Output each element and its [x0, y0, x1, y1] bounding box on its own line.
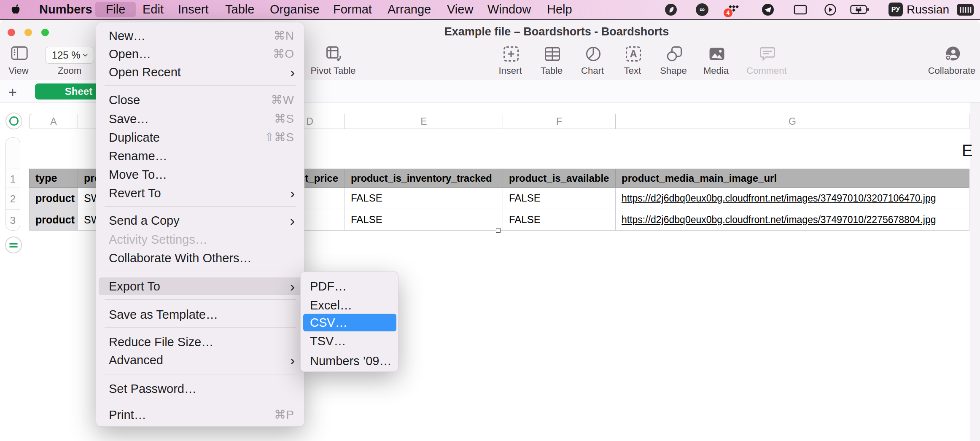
menu-item-close[interactable]: Close⌘W: [99, 91, 302, 109]
menu-item-print[interactable]: Print…⌘P: [99, 406, 302, 424]
row-header-3[interactable]: 3: [6, 215, 20, 226]
menu-item-revert-to[interactable]: Revert To: [99, 184, 302, 202]
cell-a3[interactable]: product: [29, 209, 78, 231]
shape-button[interactable]: [665, 45, 684, 63]
menu-item-collaborate-with-others[interactable]: Collaborate With Others…: [99, 249, 302, 267]
cell-f2[interactable]: FALSE: [503, 188, 616, 209]
menu-separator: [105, 271, 296, 271]
menubar-item-window[interactable]: Window: [487, 0, 531, 19]
zoom-window-button[interactable]: [41, 29, 49, 36]
table-options-button[interactable]: [5, 237, 22, 253]
close-window-button[interactable]: [8, 29, 15, 36]
apple-menu[interactable]: [11, 4, 21, 16]
text-box-icon: A: [624, 45, 643, 63]
view-button[interactable]: [10, 45, 29, 63]
menu-separator: [105, 299, 296, 300]
column-header-f[interactable]: F: [503, 114, 616, 129]
menu-item-open[interactable]: Open…⌘O: [99, 45, 302, 63]
menubar-item-table[interactable]: Table: [225, 0, 254, 19]
menubar-item-view[interactable]: View: [447, 0, 473, 19]
row-header-1[interactable]: 1: [6, 173, 20, 185]
capsule-divider: [6, 209, 20, 210]
text-button[interactable]: A: [624, 45, 643, 63]
select-all-table-button[interactable]: [5, 113, 22, 129]
comment-label: Comment: [741, 66, 792, 76]
submenu-item-tsv[interactable]: TSV…: [303, 332, 396, 350]
chevron-right-icon: [290, 277, 295, 295]
menu-item-export-to[interactable]: Export To: [99, 277, 302, 295]
menu-item-reduce-file-size[interactable]: Reduce File Size…: [99, 333, 302, 351]
table-resize-handle[interactable]: [496, 228, 501, 233]
add-sheet-button[interactable]: +: [8, 83, 17, 101]
submenu-item-csv[interactable]: CSV…: [303, 314, 396, 331]
laptop-icon: [794, 5, 807, 15]
menu-item-send-a-copy[interactable]: Send a Copy: [99, 212, 302, 229]
menubar-item-organise[interactable]: Organise: [270, 0, 320, 19]
menubar-item-insert[interactable]: Insert: [178, 0, 209, 19]
menubar-item-numbers[interactable]: Numbers: [39, 0, 92, 19]
creative-cloud-icon[interactable]: [696, 3, 708, 16]
pivot-table-icon: [325, 45, 343, 63]
chart-button[interactable]: [584, 45, 603, 63]
menu-item-open-recent[interactable]: Open Recent: [99, 63, 302, 81]
column-header-e[interactable]: E: [345, 114, 503, 129]
cell-g1[interactable]: product_media_main_image_url: [616, 169, 969, 188]
table-icon: [543, 45, 562, 63]
cell-g3[interactable]: https://d2j6dbq0eux0bg.cloudfront.net/im…: [616, 209, 969, 231]
zoom-select[interactable]: 125 %: [45, 47, 94, 64]
submenu-item-pdf[interactable]: PDF…: [303, 277, 396, 295]
control-strip-icon[interactable]: [957, 4, 974, 23]
image-url-link[interactable]: https://d2j6dbq0eux0bg.cloudfront.net/im…: [622, 214, 936, 226]
hamburger-icon: [9, 246, 18, 247]
menu-item-set-password[interactable]: Set Password…: [99, 380, 302, 398]
cell-f1[interactable]: product_is_available: [503, 169, 616, 188]
menu-item-save-as-template[interactable]: Save as Template…: [99, 306, 302, 323]
column-header-g[interactable]: G: [616, 114, 969, 129]
window-title: Example file – Boardshorts - Boardshorts: [380, 25, 734, 38]
menu-item-advanced[interactable]: Advanced: [99, 351, 302, 369]
bars-icon: [957, 4, 974, 16]
display-icon[interactable]: [794, 5, 807, 24]
submenu-item-numbers-09[interactable]: Numbers ’09…: [303, 352, 396, 370]
cell-d1-fragment: ct_price: [299, 169, 338, 187]
menu-item-new[interactable]: New…⌘N: [99, 27, 302, 45]
sidebar-icon: [10, 45, 29, 62]
table-button[interactable]: [543, 45, 562, 63]
media-button[interactable]: [708, 45, 726, 63]
menu-item-move-to[interactable]: Move To…: [99, 166, 302, 183]
pivot-table-button[interactable]: [325, 45, 343, 63]
cell-f3[interactable]: FALSE: [503, 209, 616, 231]
input-language-label[interactable]: Russian: [907, 0, 949, 19]
cell-e1[interactable]: product_is_inventory_tracked: [345, 169, 503, 188]
cell-g2[interactable]: https://d2j6dbq0eux0bg.cloudfront.net/im…: [616, 188, 969, 209]
menubar-item-format[interactable]: Format: [333, 0, 372, 19]
minimize-window-button[interactable]: [24, 29, 32, 36]
image-url-link[interactable]: https://d2j6dbq0eux0bg.cloudfront.net/im…: [622, 193, 936, 204]
menubar-item-help[interactable]: Help: [547, 0, 572, 19]
cell-e3[interactable]: FALSE: [345, 209, 503, 231]
media-label: Media: [691, 66, 741, 76]
battery-icon[interactable]: [850, 5, 870, 24]
cell-e2[interactable]: FALSE: [345, 188, 503, 209]
row-header-2[interactable]: 2: [6, 193, 20, 205]
cell-a2[interactable]: product: [29, 188, 78, 209]
insert-button[interactable]: [502, 45, 520, 63]
menu-item-duplicate[interactable]: Duplicate⇧⌘S: [99, 129, 302, 146]
screen: Numbers File Edit Insert Table Organise …: [0, 0, 980, 441]
menubar-item-edit[interactable]: Edit: [143, 0, 164, 19]
file-menu: New…⌘N Open…⌘O Open Recent Close⌘W Save……: [96, 22, 304, 427]
menu-item-rename[interactable]: Rename…: [99, 147, 302, 165]
play-circle-icon: [824, 3, 837, 16]
cell-a1[interactable]: type: [29, 169, 78, 188]
submenu-item-excel[interactable]: Excel…: [303, 296, 396, 314]
column-header-a[interactable]: A: [29, 114, 78, 129]
menubar-item-arrange[interactable]: Arrange: [388, 0, 431, 19]
menu-separator: [105, 85, 296, 86]
collaborate-button[interactable]: [943, 45, 962, 63]
chevron-right-icon: [290, 184, 295, 202]
menubar-item-file[interactable]: File: [95, 2, 136, 17]
input-source-badge[interactable]: РУ: [888, 3, 903, 16]
comment-button[interactable]: [758, 45, 777, 63]
menu-item-save[interactable]: Save…⌘S: [99, 110, 302, 128]
paper-plane-icon: [762, 3, 774, 16]
